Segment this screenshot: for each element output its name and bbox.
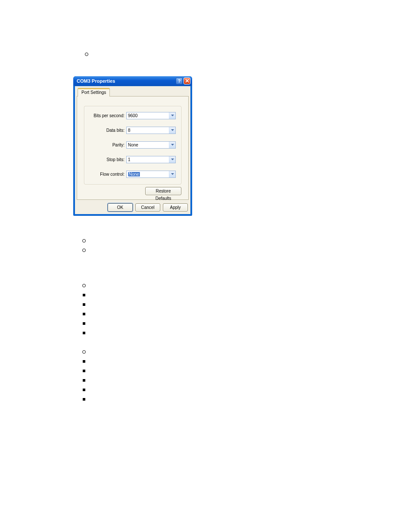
field-flow-control: Flow control: None (84, 170, 176, 178)
titlebar[interactable]: COM3 Properties ? (73, 76, 192, 86)
list-bullet (81, 328, 87, 338)
list-bullet (81, 290, 87, 300)
list-bullet (81, 236, 87, 246)
list-bullet (81, 366, 87, 376)
list-bullet (85, 50, 89, 54)
list-bullet (81, 300, 87, 309)
com3-properties-dialog: COM3 Properties ? Port Settings Bits per… (73, 76, 192, 216)
page-root: COM3 Properties ? Port Settings Bits per… (0, 0, 411, 532)
close-icon (185, 79, 189, 83)
settings-group: Bits per second: 9600 Data bits: 8 (84, 106, 181, 184)
chevron-down-icon (169, 156, 175, 163)
dialog-button-row: OK Cancel Apply (75, 202, 190, 214)
label-stop-bits: Stop bits: (84, 157, 126, 162)
chevron-down-icon (169, 127, 175, 134)
square-bullet-icon (83, 398, 85, 401)
square-bullet-icon (83, 303, 85, 306)
dialog-body: Port Settings Bits per second: 9600 (75, 86, 191, 215)
list-bullet (81, 246, 87, 255)
bullet-marks-region (81, 236, 87, 404)
label-bits-per-second: Bits per second: (84, 113, 126, 118)
tabpanel-port-settings: Bits per second: 9600 Data bits: 8 (77, 96, 189, 200)
square-bullet-icon (83, 379, 85, 382)
chevron-down-icon (169, 112, 175, 119)
list-bullet (81, 385, 87, 395)
label-data-bits: Data bits: (84, 128, 126, 133)
select-data-bits[interactable]: 8 (126, 127, 176, 134)
hollow-circle-icon (82, 350, 86, 354)
select-parity[interactable]: None (126, 141, 176, 149)
value-stop-bits: 1 (128, 157, 131, 162)
apply-button[interactable]: Apply (163, 203, 188, 212)
value-data-bits: 8 (128, 128, 131, 133)
hollow-circle-icon (82, 249, 86, 252)
close-button[interactable] (184, 78, 190, 84)
list-bullet (81, 376, 87, 385)
tabstrip: Port Settings (77, 88, 189, 96)
tab-port-settings[interactable]: Port Settings (78, 88, 110, 96)
hollow-circle-icon (85, 53, 88, 56)
square-bullet-icon (83, 332, 85, 334)
list-bullet (81, 309, 87, 319)
help-button[interactable]: ? (176, 78, 183, 84)
window-title: COM3 Properties (77, 78, 175, 84)
chevron-down-icon (169, 142, 175, 148)
square-bullet-icon (83, 370, 85, 372)
square-bullet-icon (83, 360, 85, 363)
list-bullet (81, 347, 87, 357)
field-data-bits: Data bits: 8 (84, 126, 176, 134)
ok-button[interactable]: OK (108, 203, 133, 212)
square-bullet-icon (83, 294, 85, 296)
field-parity: Parity: None (84, 141, 176, 149)
select-stop-bits[interactable]: 1 (126, 156, 176, 163)
field-bits-per-second: Bits per second: 9600 (84, 112, 176, 119)
label-flow-control: Flow control: (84, 172, 126, 177)
value-flow-control: None (128, 172, 140, 177)
label-parity: Parity: (84, 143, 126, 147)
list-bullet (81, 319, 87, 328)
square-bullet-icon (83, 313, 85, 315)
list-bullet (81, 357, 87, 366)
value-bits-per-second: 9600 (128, 113, 137, 118)
hollow-circle-icon (82, 239, 86, 243)
select-flow-control[interactable]: None (126, 171, 176, 178)
square-bullet-icon (83, 322, 85, 325)
select-bits-per-second[interactable]: 9600 (126, 112, 176, 119)
cancel-button[interactable]: Cancel (135, 203, 160, 212)
list-bullet (81, 395, 87, 404)
chevron-down-icon (169, 171, 175, 177)
hollow-circle-icon (82, 284, 86, 287)
square-bullet-icon (83, 389, 85, 391)
list-bullet (81, 281, 87, 290)
value-parity: None (128, 143, 138, 147)
field-stop-bits: Stop bits: 1 (84, 156, 176, 163)
restore-defaults-button[interactable]: Restore Defaults (145, 187, 181, 195)
